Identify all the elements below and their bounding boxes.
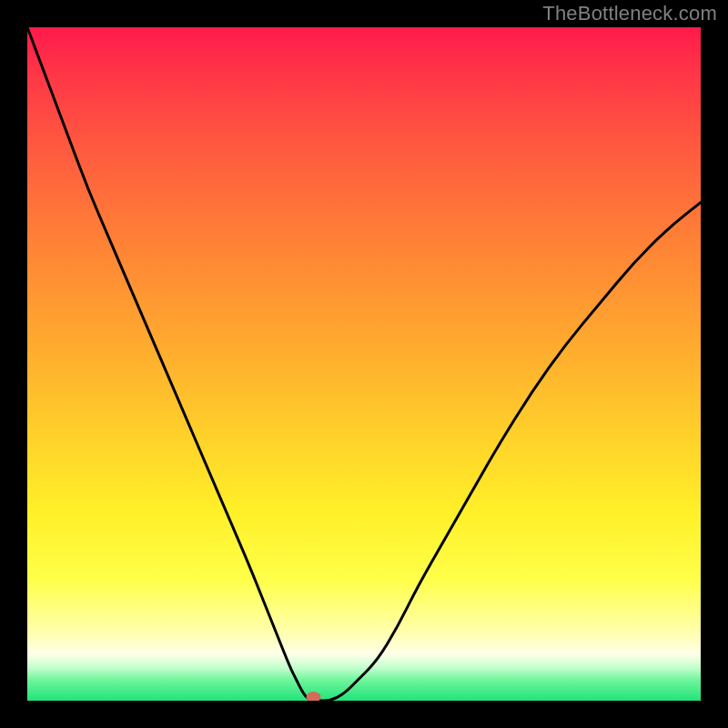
curve-svg	[27, 27, 701, 701]
bottleneck-curve	[27, 27, 701, 701]
marker-dot	[307, 692, 321, 701]
svg-point-0	[307, 692, 321, 701]
watermark-text: TheBottleneck.com	[542, 2, 717, 25]
chart-frame: TheBottleneck.com	[0, 0, 728, 728]
plot-area	[27, 27, 701, 701]
